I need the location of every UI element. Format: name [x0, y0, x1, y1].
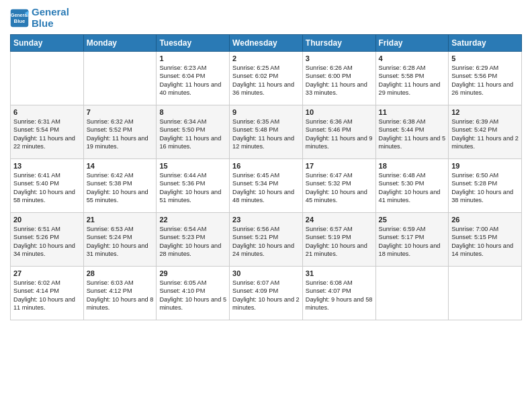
day-number: 16: [232, 162, 300, 170]
calendar-week-row: 6Sunrise: 6:31 AMSunset: 5:54 PMDaylight…: [11, 105, 522, 159]
day-number: 6: [13, 108, 81, 116]
calendar-page: General Blue General Blue SundayMondayTu…: [0, 0, 532, 411]
day-number: 15: [159, 162, 226, 170]
calendar-cell: 26Sunrise: 7:00 AMSunset: 5:15 PMDayligh…: [449, 213, 522, 267]
weekday-header-thursday: Thursday: [302, 35, 375, 52]
day-number: 24: [306, 216, 373, 224]
calendar-cell: 17Sunrise: 6:47 AMSunset: 5:32 PMDayligh…: [302, 159, 375, 213]
cell-info: Sunrise: 6:05 AMSunset: 4:10 PMDaylight:…: [159, 279, 226, 312]
calendar-cell: 25Sunrise: 6:59 AMSunset: 5:17 PMDayligh…: [375, 213, 449, 267]
cell-info: Sunrise: 6:03 AMSunset: 4:12 PMDaylight:…: [87, 279, 154, 312]
day-number: 1: [159, 54, 226, 62]
weekday-header-wednesday: Wednesday: [230, 35, 303, 52]
calendar-cell: 22Sunrise: 6:54 AMSunset: 5:23 PMDayligh…: [157, 213, 230, 267]
day-number: 7: [87, 108, 154, 116]
cell-info: Sunrise: 6:53 AMSunset: 5:24 PMDaylight:…: [87, 225, 154, 259]
cell-info: Sunrise: 6:47 AMSunset: 5:32 PMDaylight:…: [306, 171, 373, 205]
calendar-week-row: 27Sunrise: 6:02 AMSunset: 4:14 PMDayligh…: [11, 267, 522, 320]
day-number: 5: [451, 54, 519, 62]
calendar-cell: 15Sunrise: 6:44 AMSunset: 5:36 PMDayligh…: [157, 159, 230, 213]
calendar-cell: 14Sunrise: 6:42 AMSunset: 5:38 PMDayligh…: [83, 159, 157, 213]
day-number: 18: [379, 162, 446, 170]
cell-info: Sunrise: 6:07 AMSunset: 4:09 PMDaylight:…: [232, 279, 300, 312]
cell-info: Sunrise: 6:35 AMSunset: 5:48 PMDaylight:…: [232, 118, 300, 151]
weekday-header-row: SundayMondayTuesdayWednesdayThursdayFrid…: [11, 35, 522, 52]
calendar-cell: 20Sunrise: 6:51 AMSunset: 5:26 PMDayligh…: [11, 213, 84, 267]
calendar-cell: 3Sunrise: 6:26 AMSunset: 6:00 PMDaylight…: [302, 52, 375, 105]
cell-info: Sunrise: 7:00 AMSunset: 5:15 PMDaylight:…: [451, 225, 519, 259]
cell-info: Sunrise: 6:02 AMSunset: 4:14 PMDaylight:…: [13, 279, 81, 312]
cell-info: Sunrise: 6:59 AMSunset: 5:17 PMDaylight:…: [379, 225, 446, 259]
cell-info: Sunrise: 6:48 AMSunset: 5:30 PMDaylight:…: [379, 171, 446, 205]
calendar-cell: 19Sunrise: 6:50 AMSunset: 5:28 PMDayligh…: [449, 159, 522, 213]
cell-info: Sunrise: 6:41 AMSunset: 5:40 PMDaylight:…: [13, 171, 81, 205]
cell-info: Sunrise: 6:34 AMSunset: 5:50 PMDaylight:…: [159, 118, 226, 151]
cell-info: Sunrise: 6:32 AMSunset: 5:52 PMDaylight:…: [87, 118, 154, 151]
day-number: 20: [13, 216, 81, 224]
day-number: 23: [232, 216, 300, 224]
cell-info: Sunrise: 6:56 AMSunset: 5:21 PMDaylight:…: [232, 225, 300, 259]
cell-info: Sunrise: 6:25 AMSunset: 6:02 PMDaylight:…: [232, 64, 300, 97]
day-number: 27: [13, 269, 81, 277]
logo: General Blue General Blue: [10, 7, 69, 29]
day-number: 19: [451, 162, 519, 170]
day-number: 13: [13, 162, 81, 170]
calendar-cell: 2Sunrise: 6:25 AMSunset: 6:02 PMDaylight…: [230, 52, 303, 105]
calendar-cell: 24Sunrise: 6:57 AMSunset: 5:19 PMDayligh…: [302, 213, 375, 267]
calendar-cell: 13Sunrise: 6:41 AMSunset: 5:40 PMDayligh…: [11, 159, 84, 213]
cell-info: Sunrise: 6:23 AMSunset: 6:04 PMDaylight:…: [159, 64, 226, 97]
day-number: 17: [306, 162, 373, 170]
cell-info: Sunrise: 6:44 AMSunset: 5:36 PMDaylight:…: [159, 171, 226, 205]
cell-info: Sunrise: 6:29 AMSunset: 5:56 PMDaylight:…: [451, 64, 519, 97]
svg-text:Blue: Blue: [14, 18, 26, 24]
day-number: 4: [379, 54, 446, 62]
cell-info: Sunrise: 6:51 AMSunset: 5:26 PMDaylight:…: [13, 225, 81, 259]
calendar-cell: 18Sunrise: 6:48 AMSunset: 5:30 PMDayligh…: [375, 159, 449, 213]
calendar-cell: 5Sunrise: 6:29 AMSunset: 5:56 PMDaylight…: [449, 52, 522, 105]
calendar-week-row: 20Sunrise: 6:51 AMSunset: 5:26 PMDayligh…: [11, 213, 522, 267]
calendar-cell: 9Sunrise: 6:35 AMSunset: 5:48 PMDaylight…: [230, 105, 303, 159]
calendar-cell: 23Sunrise: 6:56 AMSunset: 5:21 PMDayligh…: [230, 213, 303, 267]
calendar-cell: 1Sunrise: 6:23 AMSunset: 6:04 PMDaylight…: [157, 52, 230, 105]
calendar-cell: 7Sunrise: 6:32 AMSunset: 5:52 PMDaylight…: [83, 105, 157, 159]
calendar-cell: 10Sunrise: 6:36 AMSunset: 5:46 PMDayligh…: [302, 105, 375, 159]
cell-info: Sunrise: 6:39 AMSunset: 5:42 PMDaylight:…: [451, 118, 519, 151]
weekday-header-monday: Monday: [83, 35, 157, 52]
cell-info: Sunrise: 6:31 AMSunset: 5:54 PMDaylight:…: [13, 118, 81, 151]
day-number: 28: [87, 269, 154, 277]
day-number: 12: [451, 108, 519, 116]
cell-info: Sunrise: 6:08 AMSunset: 4:07 PMDaylight:…: [306, 279, 373, 312]
calendar-cell: 21Sunrise: 6:53 AMSunset: 5:24 PMDayligh…: [83, 213, 157, 267]
cell-info: Sunrise: 6:36 AMSunset: 5:46 PMDaylight:…: [306, 118, 373, 151]
day-number: 22: [159, 216, 226, 224]
weekday-header-saturday: Saturday: [449, 35, 522, 52]
day-number: 14: [87, 162, 154, 170]
cell-info: Sunrise: 6:50 AMSunset: 5:28 PMDaylight:…: [451, 171, 519, 205]
logo-text: General Blue: [32, 7, 69, 29]
calendar-cell: 30Sunrise: 6:07 AMSunset: 4:09 PMDayligh…: [230, 267, 303, 320]
calendar-cell: 16Sunrise: 6:45 AMSunset: 5:34 PMDayligh…: [230, 159, 303, 213]
day-number: 2: [232, 54, 300, 62]
day-number: 29: [159, 269, 226, 277]
day-number: 9: [232, 108, 300, 116]
cell-info: Sunrise: 6:38 AMSunset: 5:44 PMDaylight:…: [379, 118, 446, 151]
calendar-cell: [375, 267, 449, 320]
calendar-cell: 6Sunrise: 6:31 AMSunset: 5:54 PMDaylight…: [11, 105, 84, 159]
weekday-header-sunday: Sunday: [11, 35, 84, 52]
calendar-cell: 31Sunrise: 6:08 AMSunset: 4:07 PMDayligh…: [302, 267, 375, 320]
calendar-cell: 27Sunrise: 6:02 AMSunset: 4:14 PMDayligh…: [11, 267, 84, 320]
day-number: 30: [232, 269, 300, 277]
day-number: 3: [306, 54, 373, 62]
calendar-week-row: 1Sunrise: 6:23 AMSunset: 6:04 PMDaylight…: [11, 52, 522, 105]
calendar-cell: 28Sunrise: 6:03 AMSunset: 4:12 PMDayligh…: [83, 267, 157, 320]
logo-icon: General Blue: [10, 9, 29, 28]
cell-info: Sunrise: 6:26 AMSunset: 6:00 PMDaylight:…: [306, 64, 373, 97]
day-number: 26: [451, 216, 519, 224]
cell-info: Sunrise: 6:28 AMSunset: 5:58 PMDaylight:…: [379, 64, 446, 97]
cell-info: Sunrise: 6:54 AMSunset: 5:23 PMDaylight:…: [159, 225, 226, 259]
cell-info: Sunrise: 6:45 AMSunset: 5:34 PMDaylight:…: [232, 171, 300, 205]
calendar-cell: 12Sunrise: 6:39 AMSunset: 5:42 PMDayligh…: [449, 105, 522, 159]
calendar-cell: 8Sunrise: 6:34 AMSunset: 5:50 PMDaylight…: [157, 105, 230, 159]
day-number: 21: [87, 216, 154, 224]
calendar-cell: [11, 52, 84, 105]
